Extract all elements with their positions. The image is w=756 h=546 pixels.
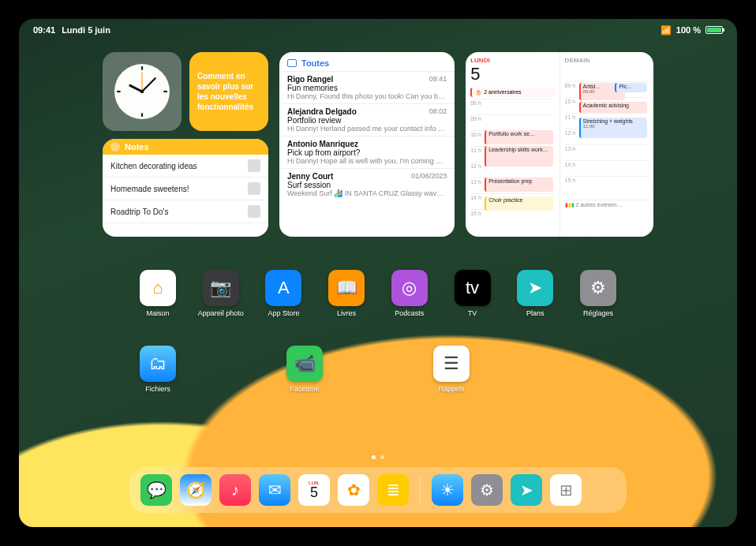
dock-recent-settings[interactable]: ⚙ bbox=[471, 474, 503, 506]
calendar-event[interactable]: Choir practice bbox=[485, 196, 552, 211]
app-livres[interactable]: 📖 Livres bbox=[318, 270, 375, 317]
notes-icon bbox=[110, 142, 120, 151]
allday-event[interactable]: 🎂 2 anniversaires bbox=[470, 88, 554, 97]
note-row[interactable]: Homemade sweetens! bbox=[103, 178, 268, 200]
note-row[interactable]: Roadtrip To Do's bbox=[103, 200, 268, 223]
battery-icon bbox=[705, 26, 723, 34]
home-screen[interactable]: 09:41 Lundi 5 juin 100 % bbox=[19, 19, 737, 527]
hour-line: 15 h bbox=[565, 176, 649, 192]
app-appareil photo[interactable]: 📷 Appareil photo bbox=[193, 270, 249, 317]
app-facetime[interactable]: 📹 Facetime bbox=[276, 346, 333, 393]
dock-mail[interactable]: ✉ bbox=[259, 474, 290, 506]
calendar-tomorrow[interactable]: DEMAIN 09 h10 h11 h12 h13 h14 h15 hArtis… bbox=[560, 52, 653, 237]
note-thumb-icon bbox=[248, 205, 260, 218]
more-events: 2 autres événem… bbox=[576, 202, 623, 208]
calendar-event[interactable]: Portfolio work se… bbox=[485, 130, 552, 144]
app-icon: 🗂 bbox=[140, 346, 176, 382]
tips-widget[interactable]: Comment en savoir plus sur les nouvelles… bbox=[189, 52, 268, 131]
note-thumb-icon bbox=[248, 182, 260, 195]
today-number: 5 bbox=[470, 64, 554, 84]
clock-widget[interactable] bbox=[103, 52, 182, 131]
mail-row[interactable]: Antonio Manriquez Pick up from airport? … bbox=[279, 136, 455, 168]
app-icon: ◎ bbox=[391, 270, 428, 306]
app-label: Réglages bbox=[583, 309, 613, 317]
calendar-event[interactable]: Pic… bbox=[615, 83, 646, 92]
app-réglages[interactable]: ⚙ Réglages bbox=[570, 270, 627, 317]
mail-from: Jenny Court bbox=[287, 172, 333, 181]
app-rappels[interactable]: ☰ Rappels bbox=[423, 346, 480, 393]
mail-from: Rigo Rangel bbox=[287, 75, 333, 84]
app-tv[interactable]: tv TV bbox=[444, 270, 501, 317]
calendar-today[interactable]: LUNDI 5 🎂 2 anniversaires 08 h09 h10 h11… bbox=[466, 52, 559, 237]
notes-title: Notes bbox=[125, 142, 149, 151]
app-label: Rappels bbox=[438, 385, 464, 393]
hour-line: 14 h bbox=[565, 160, 649, 176]
hour-line: 13 h bbox=[565, 144, 649, 160]
note-row[interactable]: Kitchen decorating ideas bbox=[103, 155, 268, 178]
mail-from: Antonio Manriquez bbox=[287, 140, 358, 148]
statusbar-date: Lundi 5 juin bbox=[62, 25, 110, 35]
app-label: Fichiers bbox=[145, 385, 170, 393]
app-podcasts[interactable]: ◎ Podcasts bbox=[381, 270, 438, 317]
note-title: Homemade sweetens! bbox=[110, 185, 189, 193]
calendar-event[interactable]: Academic advising bbox=[579, 102, 647, 113]
dock-recent-maps[interactable]: ➤ bbox=[511, 474, 542, 506]
mail-preview: Weekend Surf 🏄 IN SANTA CRUZ Glassy wave… bbox=[287, 189, 447, 197]
app-label: Maison bbox=[146, 309, 169, 317]
dock-recent-library[interactable]: ⊞ bbox=[550, 474, 582, 506]
dock-recent-weather[interactable]: ☀ bbox=[432, 474, 463, 506]
battery-percent: 100 % bbox=[676, 25, 701, 35]
app-label: TV bbox=[468, 309, 477, 317]
apps-grid: ⌂ Maison 📷 Appareil photo A App Store 📖 … bbox=[129, 270, 627, 393]
app-label: Appareil photo bbox=[198, 309, 244, 317]
wifi-icon bbox=[661, 25, 672, 36]
mail-subject: Pick up from airport? bbox=[287, 148, 447, 157]
dock: 💬🧭♪✉LUN.5✿≣☀⚙➤⊞ bbox=[129, 467, 627, 513]
app-icon: 📖 bbox=[328, 270, 365, 306]
app-icon: tv bbox=[455, 270, 491, 306]
mail-preview: Hi Danny, Found this photo you took! Can… bbox=[287, 92, 447, 100]
spacer bbox=[570, 346, 627, 393]
mail-preview: Hi Danny! Hope all is well with you. I'm… bbox=[287, 157, 447, 165]
mail-subject: Surf session bbox=[287, 181, 447, 189]
analog-clock-icon bbox=[112, 62, 172, 122]
app-plans[interactable]: ➤ Plans bbox=[507, 270, 563, 317]
hour-line: 08 h bbox=[470, 99, 554, 114]
mail-time: 01/06/2023 bbox=[411, 172, 447, 181]
hour-line: 09 h bbox=[470, 114, 554, 130]
mailbox-icon bbox=[287, 59, 297, 67]
ipad-frame: 09:41 Lundi 5 juin 100 % bbox=[0, 0, 756, 546]
dock-safari[interactable]: 🧭 bbox=[180, 474, 211, 506]
dock-calendar[interactable]: LUN.5 bbox=[298, 474, 330, 506]
notes-widget[interactable]: Notes Kitchen decorating ideas Homemade … bbox=[103, 139, 268, 237]
app-icon: 📹 bbox=[286, 346, 323, 382]
dock-music[interactable]: ♪ bbox=[219, 474, 251, 506]
dock-notes[interactable]: ≣ bbox=[377, 474, 409, 506]
mail-time: 09:41 bbox=[429, 75, 447, 84]
calendar-event[interactable]: Leadership skills workshop bbox=[485, 146, 552, 166]
app-app store[interactable]: A App Store bbox=[255, 270, 312, 317]
app-icon: 📷 bbox=[203, 270, 239, 306]
widget-row: Comment en savoir plus sur les nouvelles… bbox=[103, 52, 653, 237]
dock-photos[interactable]: ✿ bbox=[338, 474, 369, 506]
mail-folder: Toutes bbox=[301, 58, 329, 68]
note-thumb-icon bbox=[248, 159, 260, 172]
app-label: Podcasts bbox=[395, 309, 424, 317]
app-maison[interactable]: ⌂ Maison bbox=[129, 270, 186, 317]
app-icon: ➤ bbox=[517, 270, 553, 306]
calendar-widget[interactable]: LUNDI 5 🎂 2 anniversaires 08 h09 h10 h11… bbox=[466, 52, 653, 237]
app-label: Livres bbox=[337, 309, 356, 317]
mail-row[interactable]: Alejandra Delgado08:02 Portfolio review … bbox=[279, 103, 455, 136]
page-indicator[interactable] bbox=[19, 455, 737, 459]
app-icon: ⌂ bbox=[140, 270, 176, 306]
dock-messages[interactable]: 💬 bbox=[140, 474, 172, 506]
app-label: Plans bbox=[526, 309, 545, 317]
calendar-event[interactable]: Presentation prep bbox=[485, 178, 552, 192]
calendar-event[interactable]: Stretching + weights11:00 bbox=[579, 118, 647, 138]
mail-row[interactable]: Rigo Rangel09:41 Fun memories Hi Danny, … bbox=[279, 71, 455, 103]
mail-row[interactable]: Jenny Court01/06/2023 Surf session Weeke… bbox=[279, 168, 455, 200]
mail-widget[interactable]: Toutes Rigo Rangel09:41 Fun memories Hi … bbox=[279, 52, 455, 237]
app-icon: ⚙ bbox=[580, 270, 616, 306]
app-fichiers[interactable]: 🗂 Fichiers bbox=[129, 346, 186, 393]
mail-preview: Hi Danny! Herland passed me your contact… bbox=[287, 125, 447, 133]
